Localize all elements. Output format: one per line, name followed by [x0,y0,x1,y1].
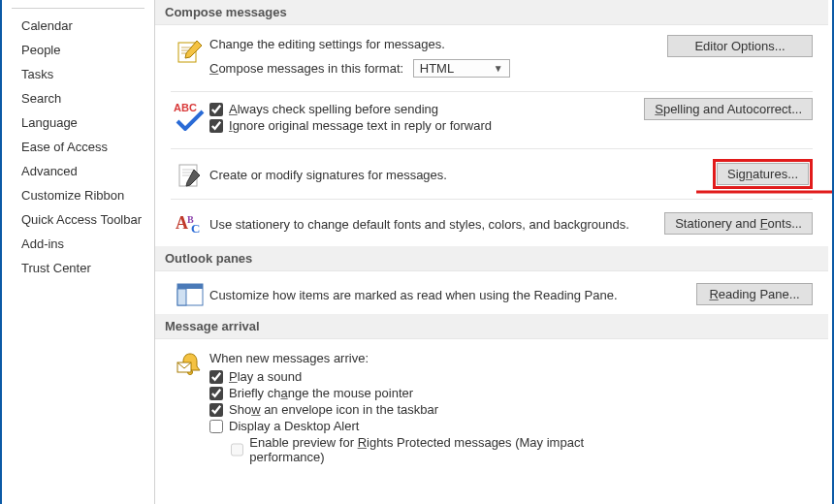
message-arrival-icon [176,351,205,376]
compose-format-select[interactable]: HTML ▼ [413,59,510,78]
envelope-icon-checkbox[interactable]: Show an envelope icon in the taskbar [209,402,643,417]
signatures-desc: Create or modify signatures for messages… [209,168,447,182]
section-header-panes: Outlook panes [155,246,828,271]
signatures-button[interactable]: Signatures... [717,163,809,185]
sidebar-item-add-ins[interactable]: Add-ins [2,232,154,256]
svg-rect-14 [177,289,186,305]
compose-format-label: Compose messages in this format: [209,61,403,76]
reading-pane-icon [176,283,204,306]
svg-text:ABC: ABC [174,102,197,113]
compose-editing-desc: Change the editing settings for messages… [209,37,643,51]
options-sidebar: Calendar People Tasks Search Language Ea… [2,0,155,504]
rights-protected-checkbox: Enable preview for Rights Protected mess… [209,435,643,464]
stationery-icon: A B C [176,211,205,236]
play-sound-checkbox[interactable]: Play a sound [209,369,643,384]
signatures-highlight: Signatures... [713,159,813,189]
editor-options-button[interactable]: Editor Options... [667,35,813,57]
section-header-compose: Compose messages [155,0,828,25]
always-check-spelling-checkbox[interactable]: Always check spelling before sending [209,102,643,116]
desktop-alert-checkbox[interactable]: Display a Desktop Alert [209,419,643,433]
sidebar-item-quick-access-toolbar[interactable]: Quick Access Toolbar [2,207,154,232]
spellcheck-icon: ABC [174,100,207,131]
svg-text:C: C [191,221,200,236]
arrival-intro: When new messages arrive: [209,351,643,365]
ignore-original-checkbox[interactable]: Ignore original message text in reply or… [209,118,643,133]
stationery-fonts-button[interactable]: Stationery and Fonts... [664,212,813,235]
change-mouse-checkbox[interactable]: Briefly change the mouse pointer [209,386,643,400]
sidebar-item-tasks[interactable]: Tasks [2,62,154,86]
reading-pane-button[interactable]: Reading Pane... [696,283,813,305]
stationery-desc: Use stationery to change default fonts a… [209,217,629,232]
sidebar-item-language[interactable]: Language [2,110,154,135]
sidebar-item-advanced[interactable]: Advanced [2,159,154,183]
section-header-arrival: Message arrival [155,314,828,339]
sidebar-item-search[interactable]: Search [2,86,154,110]
compose-icon [176,37,205,66]
spelling-autocorrect-button[interactable]: Spelling and Autocorrect... [644,98,813,120]
chevron-down-icon: ▼ [494,63,503,74]
sidebar-item-calendar[interactable]: Calendar [2,14,154,38]
sidebar-item-customize-ribbon[interactable]: Customize Ribbon [2,183,154,207]
svg-rect-13 [177,284,203,289]
sidebar-item-trust-center[interactable]: Trust Center [2,256,154,280]
signature-icon [176,162,204,189]
reading-pane-desc: Customize how items are marked as read w… [209,288,618,302]
sidebar-item-people[interactable]: People [2,38,154,62]
sidebar-item-ease-of-access[interactable]: Ease of Access [2,135,154,159]
options-main-panel: Compose messages Change the [155,0,832,504]
